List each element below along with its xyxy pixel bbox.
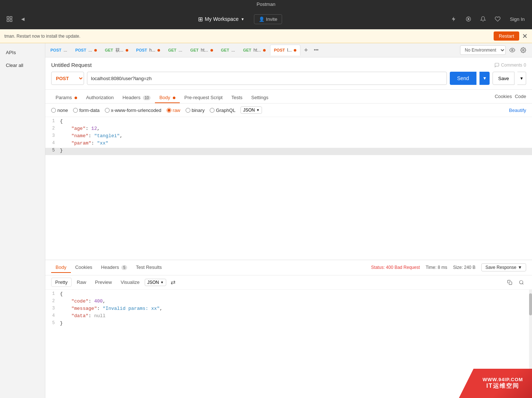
req-tab-headers[interactable]: Headers 10 — [118, 93, 155, 103]
response-format-row: Pretty Raw Preview Visualize JSON ▼ ⇄ — [45, 275, 532, 290]
send-button[interactable]: Send — [450, 72, 476, 85]
fmt-tab-preview[interactable]: Preview — [91, 278, 115, 286]
tab-dot-8 — [263, 49, 266, 52]
top-nav: ◀ ⊞ My Workspace ▼ 👤 Invite Sign In — [0, 9, 532, 29]
lightning-icon[interactable] — [449, 14, 459, 24]
copy-response-button[interactable] — [505, 278, 514, 287]
req-code-line-3: 3 "name": "tanglei", — [45, 133, 532, 140]
tab-post-3[interactable]: POST h... — [133, 45, 164, 56]
workspace-grid-icon: ⊞ — [198, 16, 203, 23]
save-button[interactable]: Save — [493, 72, 514, 85]
json-format-select[interactable]: JSON ▼ — [240, 106, 262, 114]
more-tabs-button[interactable]: ••• — [311, 45, 321, 55]
url-input[interactable] — [87, 72, 447, 85]
main-layout: APIs Clear all POST ... POST ... — [0, 43, 532, 398]
home-icon[interactable] — [4, 14, 15, 24]
settings-icon[interactable] — [519, 46, 528, 55]
radio-form-data[interactable]: form-data — [73, 108, 100, 113]
tab-get-4[interactable]: GET ... — [217, 45, 239, 56]
tab-dot-6 — [210, 49, 213, 52]
response-header: Body Cookies Headers 5 Test Results Stat… — [45, 260, 532, 275]
environment-select[interactable]: No Environment — [460, 45, 506, 55]
fmt-tab-visualize[interactable]: Visualize — [117, 278, 143, 286]
update-message: tman. Restart now to install the update. — [4, 34, 80, 39]
tab-get-5[interactable]: GET ht... — [239, 45, 269, 56]
fmt-tab-raw[interactable]: Raw — [73, 278, 90, 286]
req-code-line-4: 4 "param": "xx" — [45, 140, 532, 148]
invite-button[interactable]: 👤 Invite — [254, 14, 282, 24]
req-tab-pre-request[interactable]: Pre-request Script — [180, 93, 227, 103]
cookies-link[interactable]: Cookies — [495, 94, 512, 102]
req-code-line-2: 2 "age": 12, — [45, 126, 532, 133]
radio-x-www[interactable]: x-www-form-urlencoded — [105, 108, 162, 113]
req-tab-params[interactable]: Params — [51, 93, 81, 103]
tab-get-3[interactable]: GET ht... — [187, 45, 217, 56]
req-tab-tests[interactable]: Tests — [227, 93, 247, 103]
invite-label: Invite — [266, 16, 277, 22]
workspace-label: My Workspace — [205, 16, 239, 22]
title-bar: Postman — [0, 0, 532, 9]
body-type-row: none form-data x-www-form-urlencoded raw… — [45, 104, 532, 117]
fmt-tab-pretty[interactable]: Pretty — [51, 278, 72, 287]
sidebar: APIs Clear all — [0, 43, 45, 398]
resp-code-line-1: 1 { — [45, 291, 532, 298]
response-area: Body Cookies Headers 5 Test Results Stat… — [45, 260, 532, 398]
restart-button[interactable]: Restart — [494, 31, 519, 41]
comments-link[interactable]: Comments 0 — [494, 63, 526, 68]
content-area: POST ... POST ... GET 获... POST — [45, 43, 532, 398]
resp-code-line-4: 4 "data": null — [45, 313, 532, 320]
bell-icon[interactable] — [478, 14, 488, 24]
resp-tab-test-results[interactable]: Test Results — [132, 262, 166, 273]
back-icon[interactable]: ◀ — [18, 14, 28, 24]
sidebar-item-apis[interactable]: APIs — [3, 48, 42, 57]
resp-code-line-2: 2 "code": 400, — [45, 298, 532, 306]
runner-icon[interactable] — [463, 14, 474, 24]
tab-get-1[interactable]: GET 获... — [101, 45, 132, 56]
method-select[interactable]: POST GET PUT DELETE — [51, 72, 84, 85]
response-format-select[interactable]: JSON ▼ — [145, 279, 166, 286]
resp-tab-cookies[interactable]: Cookies — [71, 262, 97, 273]
update-bar: tman. Restart now to install the update.… — [0, 29, 532, 43]
sign-in-button[interactable]: Sign In — [507, 15, 528, 24]
radio-raw[interactable]: raw — [167, 108, 180, 113]
beautify-button[interactable]: Beautify — [509, 108, 526, 113]
response-body-editor: 1 { 2 "code": 400, 3 "message": "Invalid… — [45, 290, 532, 398]
tab-dot-2 — [94, 49, 97, 52]
search-response-button[interactable] — [517, 278, 526, 287]
resp-headers-badge: 5 — [121, 265, 127, 270]
response-size: Size: 240 B — [453, 265, 475, 270]
workspace-chevron-icon: ▼ — [241, 17, 244, 21]
resp-tab-body[interactable]: Body — [51, 262, 71, 273]
svg-rect-1 — [10, 16, 12, 18]
add-tab-button[interactable]: + — [301, 45, 311, 55]
eye-icon[interactable] — [508, 46, 517, 55]
resp-tab-headers[interactable]: Headers 5 — [97, 262, 132, 273]
request-body-editor[interactable]: 1 { 2 "age": 12, 3 "name": "tanglei", 4 … — [45, 117, 532, 260]
heart-icon[interactable] — [493, 14, 503, 24]
tab-get-2[interactable]: GET ... — [164, 45, 186, 56]
save-response-button[interactable]: Save Response ▼ — [481, 263, 526, 271]
code-link[interactable]: Code — [515, 94, 526, 102]
app-title: Postman — [256, 1, 275, 7]
radio-binary[interactable]: binary — [186, 108, 205, 113]
workspace-button[interactable]: ⊞ My Workspace ▼ — [194, 14, 248, 25]
tab-post-1[interactable]: POST ... — [47, 45, 71, 56]
request-title: Untitled Request — [51, 62, 92, 68]
req-tab-body[interactable]: Body — [155, 93, 180, 103]
tab-post-2[interactable]: POST ... — [72, 45, 100, 56]
req-tab-settings[interactable]: Settings — [247, 93, 273, 103]
close-update-button[interactable]: ✕ — [522, 33, 528, 40]
resp-code-line-5: 5 } — [45, 320, 532, 328]
wrap-icon[interactable]: ⇄ — [171, 279, 175, 286]
save-dropdown-button[interactable]: ▼ — [517, 72, 526, 85]
radio-none[interactable]: none — [51, 108, 68, 113]
request-tabs: Params Authorization Headers 10 Body Pre… — [45, 90, 532, 104]
watermark-url: WWW.94IP.COM — [483, 377, 523, 382]
nav-right: Sign In — [449, 14, 528, 24]
send-dropdown-button[interactable]: ▼ — [479, 72, 490, 85]
req-tab-authorization[interactable]: Authorization — [81, 93, 118, 103]
svg-point-8 — [520, 280, 523, 284]
radio-graphql[interactable]: GraphQL — [210, 108, 235, 113]
tab-post-active[interactable]: POST l... — [270, 45, 301, 56]
sidebar-item-clear-all[interactable]: Clear all — [3, 60, 42, 70]
